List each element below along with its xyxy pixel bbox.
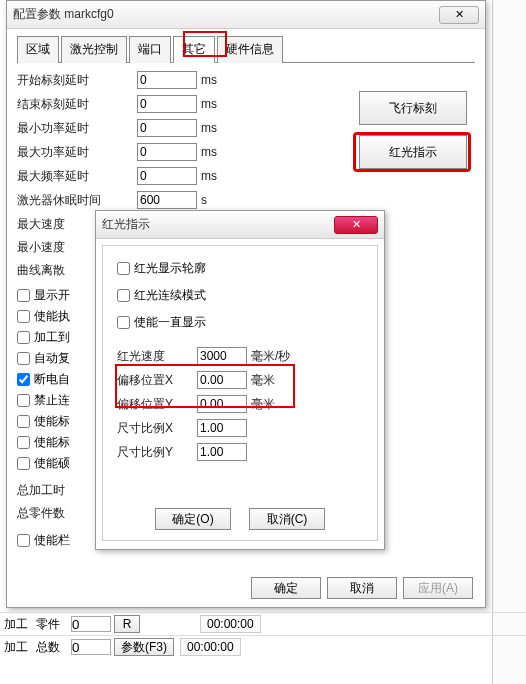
close-icon[interactable]: ✕ xyxy=(334,216,378,234)
tab-area[interactable]: 区域 xyxy=(17,36,59,63)
check-0[interactable] xyxy=(17,289,30,302)
main-titlebar[interactable]: 配置参数 markcfg0 ✕ xyxy=(7,1,485,29)
input-min-power-delay[interactable] xyxy=(137,119,197,137)
check-5[interactable] xyxy=(17,394,30,407)
label-max-power-delay: 最大功率延时 xyxy=(17,144,137,161)
modal-ok-button[interactable]: 确定(O) xyxy=(155,508,231,530)
check-outline[interactable] xyxy=(117,262,130,275)
check-2[interactable] xyxy=(17,331,30,344)
label-max-freq-delay: 最大频率延时 xyxy=(17,168,137,185)
check-3[interactable] xyxy=(17,352,30,365)
check-4[interactable] xyxy=(17,373,30,386)
status-r1-input[interactable] xyxy=(71,616,111,632)
check-enable-bar[interactable] xyxy=(17,534,30,547)
input-max-power-delay[interactable] xyxy=(137,143,197,161)
input-start-delay[interactable] xyxy=(137,71,197,89)
label-min-power-delay: 最小功率延时 xyxy=(17,120,137,137)
modal-cancel-button[interactable]: 取消(C) xyxy=(249,508,325,530)
ok-button[interactable]: 确定 xyxy=(251,577,321,599)
fly-mark-button[interactable]: 飞行标刻 xyxy=(359,91,467,125)
tab-hardware-info[interactable]: 硬件信息 xyxy=(217,36,283,63)
input-offset-y[interactable] xyxy=(197,395,247,413)
check-continuous[interactable] xyxy=(117,289,130,302)
status-r1-l2: 零件 xyxy=(36,616,60,633)
input-scale-x[interactable] xyxy=(197,419,247,437)
tab-laser-control[interactable]: 激光控制 xyxy=(61,36,127,63)
status-bar: 加工 零件 R 00:00:00 加工 总数 参数(F3) 00:00:00 xyxy=(0,612,526,658)
redlight-button[interactable]: 红光指示 xyxy=(359,135,467,169)
status-r2-l2: 总数 xyxy=(36,639,60,656)
tab-port[interactable]: 端口 xyxy=(129,36,171,63)
status-r2-l1: 加工 xyxy=(4,639,28,656)
label-offset-x: 偏移位置X xyxy=(117,372,197,389)
check-7[interactable] xyxy=(17,436,30,449)
label-start-delay: 开始标刻延时 xyxy=(17,72,137,89)
label-scale-x: 尺寸比例X xyxy=(117,420,197,437)
modal-title: 红光指示 xyxy=(102,216,334,233)
redlight-dialog: 红光指示 ✕ 红光显示轮廓 红光连续模式 使能一直显示 红光速度毫米/秒 偏移位… xyxy=(95,210,385,550)
check-1[interactable] xyxy=(17,310,30,323)
param-f3-button[interactable]: 参数(F3) xyxy=(114,638,174,656)
input-scale-y[interactable] xyxy=(197,443,247,461)
main-title: 配置参数 markcfg0 xyxy=(13,6,439,23)
input-laser-sleep[interactable] xyxy=(137,191,197,209)
input-red-speed[interactable] xyxy=(197,347,247,365)
status-r2-input[interactable] xyxy=(71,639,111,655)
tab-bar: 区域 激光控制 端口 其它 硬件信息 xyxy=(17,35,475,63)
check-always-show[interactable] xyxy=(117,316,130,329)
input-end-delay[interactable] xyxy=(137,95,197,113)
modal-titlebar[interactable]: 红光指示 ✕ xyxy=(96,211,384,239)
close-icon[interactable]: ✕ xyxy=(439,6,479,24)
tab-other[interactable]: 其它 xyxy=(173,36,215,63)
label-end-delay: 结束标刻延时 xyxy=(17,96,137,113)
status-r1-time: 00:00:00 xyxy=(200,615,261,633)
input-offset-x[interactable] xyxy=(197,371,247,389)
status-r1-l1: 加工 xyxy=(4,616,28,633)
label-scale-y: 尺寸比例Y xyxy=(117,444,197,461)
label-red-speed: 红光速度 xyxy=(117,348,197,365)
apply-button[interactable]: 应用(A) xyxy=(403,577,473,599)
input-max-freq-delay[interactable] xyxy=(137,167,197,185)
cancel-button[interactable]: 取消 xyxy=(327,577,397,599)
status-r2-time: 00:00:00 xyxy=(180,638,241,656)
check-8[interactable] xyxy=(17,457,30,470)
check-6[interactable] xyxy=(17,415,30,428)
label-laser-sleep: 激光器休眠时间 xyxy=(17,192,137,209)
r-button[interactable]: R xyxy=(114,615,140,633)
label-offset-y: 偏移位置Y xyxy=(117,396,197,413)
